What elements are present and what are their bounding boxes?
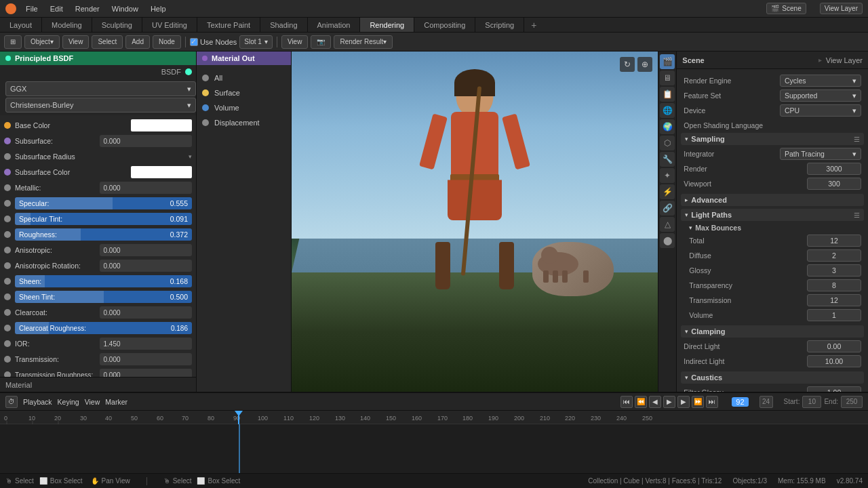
prev-frame-btn[interactable]: ⏪ — [635, 396, 647, 408]
clearcoat-roughness-slider[interactable]: Clearcoat Roughness: 0.186 — [15, 322, 192, 334]
tab-texture-paint[interactable]: Texture Paint — [197, 18, 260, 32]
material-icon[interactable]: ⬤ — [660, 233, 675, 248]
render-engine-select[interactable]: Cycles — [780, 75, 861, 87]
menu-help[interactable]: Help — [145, 3, 172, 14]
data-icon[interactable]: △ — [660, 217, 675, 232]
next-frame-btn[interactable]: ⏩ — [692, 396, 704, 408]
sampling-header[interactable]: ▾ Sampling ☰ — [681, 133, 864, 145]
specular-slider[interactable]: Specular: 0.555 — [15, 197, 192, 209]
indirect-light-field[interactable]: 10.00 — [807, 355, 861, 367]
clamping-header[interactable]: ▾ Clamping — [681, 325, 864, 338]
mat-surface-item[interactable]: Surface — [202, 85, 285, 100]
render-samples-field[interactable]: 3000 — [807, 163, 861, 175]
next-keyframe-btn[interactable]: ▶ — [677, 396, 690, 408]
subsurface-color-swatch[interactable] — [131, 166, 192, 178]
transmission-roughness-field[interactable]: 0.000 — [100, 369, 193, 377]
current-frame-display[interactable]: 92 — [732, 397, 748, 407]
constraints-icon[interactable]: 🔗 — [660, 201, 675, 216]
base-color-swatch[interactable] — [131, 119, 192, 131]
view-layer-selector[interactable]: View Layer — [820, 3, 863, 14]
marker-menu[interactable]: Marker — [105, 398, 127, 406]
editor-type-button[interactable]: ⊞ — [4, 35, 22, 49]
keying-menu[interactable]: Keying — [58, 398, 79, 406]
light-paths-header[interactable]: ▾ Light Paths ☰ — [681, 209, 864, 221]
caustics-header[interactable]: ▾ Caustics — [681, 371, 864, 384]
jump-start-btn[interactable]: ⏮ — [620, 396, 633, 408]
specular-tint-slider[interactable]: Specular Tint: 0.091 — [15, 213, 192, 225]
scene-selector[interactable]: 🎬 Scene — [766, 3, 806, 14]
view-button[interactable]: View — [62, 35, 90, 49]
rotate-icon[interactable]: ↻ — [620, 57, 635, 72]
max-bounces-header[interactable]: ▾ Max Bounces — [686, 222, 864, 233]
direct-light-field[interactable]: 0.00 — [807, 340, 861, 352]
bounces-transparency-field[interactable]: 8 — [807, 279, 861, 291]
bounces-volume-field[interactable]: 1 — [807, 309, 861, 321]
tab-sculpting[interactable]: Sculpting — [92, 18, 142, 32]
output-icon[interactable]: 🖥 — [660, 70, 675, 85]
modifier-icon[interactable]: 🔧 — [660, 152, 675, 167]
zoom-icon[interactable]: ⊕ — [637, 57, 652, 72]
menu-file[interactable]: File — [20, 3, 43, 14]
feature-set-select[interactable]: Supported — [780, 89, 861, 102]
tab-uv-editing[interactable]: UV Editing — [142, 18, 197, 32]
scene-icon-prop[interactable]: 🌐 — [660, 103, 675, 118]
anisotropic-rotation-field[interactable]: 0.000 — [100, 260, 193, 272]
view-layer-icon[interactable]: 📋 — [660, 87, 675, 102]
render-properties-icon[interactable]: 🎬 — [660, 54, 675, 69]
viewport-samples-field[interactable]: 300 — [807, 178, 861, 190]
sheen-slider[interactable]: Sheen: 0.168 — [15, 275, 192, 287]
select-button[interactable]: Select — [92, 35, 123, 49]
metallic-field[interactable]: 0.000 — [100, 182, 193, 194]
menu-window[interactable]: Window — [106, 3, 144, 14]
sheen-tint-slider[interactable]: Sheen Tint: 0.500 — [15, 291, 192, 303]
physics-icon[interactable]: ⚡ — [660, 184, 675, 199]
advanced-header[interactable]: ▸ Advanced — [681, 194, 864, 206]
tab-layout[interactable]: Layout — [0, 18, 42, 32]
particles-icon[interactable]: ✦ — [660, 168, 675, 183]
menu-render[interactable]: Render — [70, 3, 105, 14]
play-btn[interactable]: ▶ — [663, 396, 675, 408]
bounces-glossy-field[interactable]: 3 — [807, 264, 861, 277]
subsurface-method-select[interactable]: Christensen-Burley — [5, 98, 196, 113]
transmission-field[interactable]: 0.000 — [100, 353, 193, 365]
jump-end-btn[interactable]: ⏭ — [706, 396, 718, 408]
slot-select[interactable]: Slot 1 — [239, 35, 273, 49]
bounces-transmission-field[interactable]: 12 — [807, 294, 861, 306]
filter-glossy-field[interactable]: 1.00 — [807, 386, 861, 392]
integrator-select[interactable]: Path Tracing — [780, 148, 861, 160]
device-select[interactable]: CPU — [780, 104, 861, 117]
editor-type-timeline-btn[interactable]: ⏱ — [5, 396, 18, 408]
tab-shading[interactable]: Shading — [260, 18, 307, 32]
distribution-select[interactable]: GGX — [5, 81, 196, 96]
mat-volume-item[interactable]: Volume — [202, 100, 285, 115]
tab-compositing[interactable]: Compositing — [414, 18, 475, 32]
start-frame-field[interactable]: 10 — [802, 396, 821, 408]
render-result-select[interactable]: Render Result — [334, 35, 393, 49]
mat-displacement-item[interactable]: Displacement — [202, 115, 285, 130]
node-button[interactable]: Node — [153, 35, 181, 49]
playback-menu[interactable]: Playback — [23, 398, 52, 406]
render-image-button[interactable]: 📷 — [311, 35, 331, 49]
anisotropic-field[interactable]: 0.000 — [100, 244, 193, 256]
add-workspace-button[interactable]: + — [524, 18, 543, 32]
subsurface-field[interactable]: 0.000 — [100, 135, 193, 147]
bounces-diffuse-field[interactable]: 2 — [807, 249, 861, 262]
ior-field[interactable]: 1.450 — [100, 338, 193, 350]
subsurface-radius-arrow[interactable] — [189, 153, 192, 160]
clearcoat-field[interactable]: 0.000 — [100, 306, 193, 319]
use-nodes-checkbox[interactable]: ✓ Use Nodes — [190, 38, 237, 46]
object-icon[interactable]: ⬡ — [660, 136, 675, 150]
object-mode-select[interactable]: Object — [24, 35, 60, 49]
mat-all-item[interactable]: All — [202, 70, 285, 85]
tab-modeling[interactable]: Modeling — [42, 18, 92, 32]
tab-rendering[interactable]: Rendering — [360, 18, 414, 32]
view-menu-timeline[interactable]: View — [85, 398, 100, 406]
end-frame-field[interactable]: 250 — [841, 396, 863, 408]
prev-keyframe-btn[interactable]: ◀ — [649, 396, 661, 408]
view2-button[interactable]: View — [281, 35, 309, 49]
add-button[interactable]: Add — [125, 35, 150, 49]
roughness-slider[interactable]: Roughness: 0.372 — [15, 228, 192, 241]
tab-animation[interactable]: Animation — [308, 18, 361, 32]
tab-scripting[interactable]: Scripting — [475, 18, 524, 32]
menu-edit[interactable]: Edit — [45, 3, 68, 14]
